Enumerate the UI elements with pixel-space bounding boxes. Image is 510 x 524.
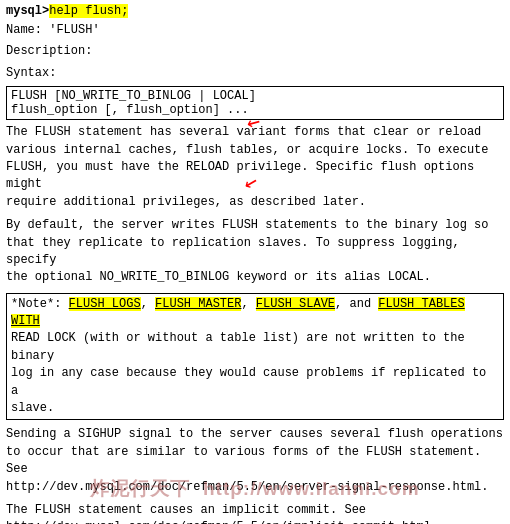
- paragraph4: The FLUSH statement causes an implicit c…: [6, 502, 504, 524]
- note-rest: READ LOCK (with or without a table list)…: [11, 331, 486, 415]
- note-comma1: ,: [141, 297, 155, 311]
- description-line: Description:: [6, 43, 504, 60]
- paragraph1: The FLUSH statement has several variant …: [6, 124, 504, 211]
- flush-slave: FLUSH SLAVE: [256, 297, 335, 311]
- name-line: Name: 'FLUSH': [6, 22, 504, 39]
- syntax-line2: flush_option [, flush_option] ...: [11, 103, 499, 117]
- note-prefix: *Note*:: [11, 297, 69, 311]
- prompt-line: mysql> help flush;: [6, 4, 504, 18]
- paragraph2: By default, the server writes FLUSH stat…: [6, 217, 504, 287]
- note-comma2: ,: [241, 297, 255, 311]
- note-and: , and: [335, 297, 378, 311]
- syntax-line1: FLUSH [NO_WRITE_TO_BINLOG | LOCAL]: [11, 89, 499, 103]
- flush-logs: FLUSH LOGS: [69, 297, 141, 311]
- note-box: *Note*: FLUSH LOGS, FLUSH MASTER, FLUSH …: [6, 293, 504, 421]
- syntax-box: FLUSH [NO_WRITE_TO_BINLOG | LOCAL] flush…: [6, 86, 504, 120]
- main-content: mysql> help flush; Name: 'FLUSH' Descrip…: [0, 0, 510, 524]
- command-text: help flush;: [49, 4, 128, 18]
- paragraph3: Sending a SIGHUP signal to the server ca…: [6, 426, 504, 496]
- flush-master: FLUSH MASTER: [155, 297, 241, 311]
- mysql-prompt: mysql>: [6, 4, 49, 18]
- syntax-line: Syntax:: [6, 65, 504, 82]
